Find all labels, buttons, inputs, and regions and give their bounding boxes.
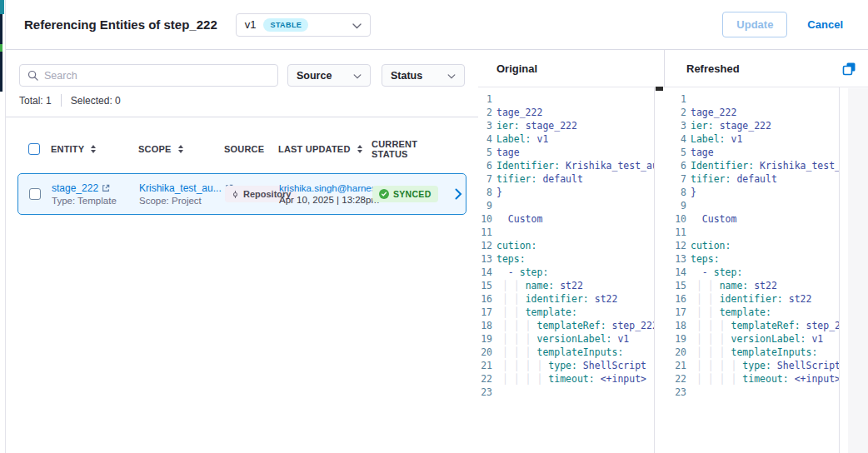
page-edge-remnant-green bbox=[0, 44, 2, 52]
refreshed-panel: Refreshed 12tage_2223ier: stage_2224Labe… bbox=[664, 50, 868, 453]
code-line: 5tage bbox=[664, 146, 840, 159]
code-line: 7tifier: default bbox=[478, 172, 655, 186]
line-number: 22 bbox=[478, 372, 492, 386]
sort-icon bbox=[178, 145, 183, 153]
column-last-updated[interactable]: LAST UPDATED bbox=[278, 144, 372, 154]
cancel-button[interactable]: Cancel bbox=[807, 18, 843, 31]
version-value: v1 bbox=[245, 18, 257, 31]
page-title: Referencing Entities of step_222 bbox=[24, 17, 217, 32]
scrollbar-track[interactable] bbox=[848, 88, 868, 453]
code-line: 8} bbox=[664, 186, 840, 199]
source-cell: Repository bbox=[225, 186, 279, 202]
line-number: 9 bbox=[664, 199, 686, 212]
line-number: 6 bbox=[478, 159, 492, 172]
line-number: 13 bbox=[664, 252, 686, 266]
line-number: 21 bbox=[478, 359, 492, 372]
divider bbox=[839, 87, 840, 453]
scope-link[interactable]: Krishika_test_au... bbox=[139, 182, 222, 194]
table-row[interactable]: stage_222 Type: Template Krishika_test_a… bbox=[17, 173, 466, 215]
original-code-editor[interactable]: 12tage_2223ier: stage_2224Label: v15tage… bbox=[478, 88, 655, 453]
code-line: 1 bbox=[664, 92, 840, 106]
result-counts: Total: 1 Selected: 0 bbox=[19, 94, 121, 107]
line-number: 4 bbox=[478, 132, 492, 146]
external-link-icon[interactable] bbox=[102, 184, 110, 192]
code-line: 22 │ │ │ │ timeout: <+input> bbox=[478, 372, 655, 386]
copy-icon[interactable] bbox=[842, 62, 856, 76]
line-number: 11 bbox=[664, 226, 686, 239]
search-box[interactable] bbox=[19, 64, 278, 87]
code-line: 10 Custom bbox=[478, 212, 655, 226]
code-line: 23 bbox=[664, 386, 840, 399]
code-line: 11 bbox=[478, 226, 655, 239]
refreshed-panel-title: Refreshed bbox=[686, 62, 740, 75]
source-filter-label: Source bbox=[297, 70, 332, 82]
source-filter-select[interactable]: Source bbox=[287, 64, 371, 87]
chevron-down-icon bbox=[447, 70, 456, 82]
divider bbox=[6, 117, 478, 117]
page-edge-remnant-navy bbox=[0, 14, 2, 92]
line-number: 3 bbox=[664, 119, 686, 132]
row-checkbox[interactable] bbox=[29, 188, 41, 200]
column-entity[interactable]: ENTITY bbox=[51, 144, 138, 154]
updated-by-link[interactable]: krishika.singh@harnes... bbox=[279, 183, 372, 193]
code-line: 7tifier: default bbox=[664, 172, 840, 186]
sort-icon bbox=[91, 145, 96, 153]
status-filter-select[interactable]: Status bbox=[382, 64, 465, 87]
line-number: 15 bbox=[664, 279, 686, 292]
code-line: 16 │ │ identifier: st22 bbox=[478, 292, 655, 306]
code-line: 3ier: stage_222 bbox=[664, 119, 840, 132]
code-line: 15 │ │ name: st22 bbox=[478, 279, 655, 292]
scrollbar-thumb[interactable] bbox=[656, 87, 663, 91]
line-number: 2 bbox=[478, 106, 492, 119]
version-select[interactable]: v1 STABLE bbox=[236, 13, 371, 37]
code-line: 18 │ │ │ templateRef: step_222 bbox=[478, 319, 655, 332]
selected-count: Selected: 0 bbox=[71, 95, 121, 107]
code-line: 4Label: v1 bbox=[478, 132, 655, 146]
select-all-checkbox[interactable] bbox=[28, 143, 40, 155]
line-number: 13 bbox=[478, 252, 492, 266]
update-button[interactable]: Update bbox=[722, 12, 787, 37]
code-line: 1 bbox=[478, 92, 655, 106]
line-number: 21 bbox=[664, 359, 686, 372]
code-line: 6Identifier: Krishika_test_aut bbox=[478, 159, 655, 172]
code-line: 21 │ │ │ │ type: ShellScript bbox=[478, 359, 655, 372]
referencing-entities-modal: Referencing Entities of step_222 v1 STAB… bbox=[5, 0, 868, 453]
code-line: 19 │ │ │ versionLabel: v1 bbox=[478, 332, 655, 346]
refreshed-code-editor[interactable]: 12tage_2223ier: stage_2224Label: v15tage… bbox=[664, 88, 840, 453]
code-line: 14 - step: bbox=[478, 266, 655, 279]
row-expand-chevron[interactable] bbox=[455, 188, 462, 200]
code-line: 15 │ │ name: st22 bbox=[664, 279, 840, 292]
updated-at: Apr 10, 2025 | 13:28pm bbox=[279, 195, 372, 205]
sort-icon bbox=[357, 145, 362, 153]
line-number: 20 bbox=[664, 346, 686, 359]
line-number: 19 bbox=[478, 332, 492, 346]
scope-level: Scope: Project bbox=[139, 196, 225, 206]
divider bbox=[61, 94, 62, 107]
entity-link[interactable]: stage_222 bbox=[52, 182, 98, 194]
column-scope[interactable]: SCOPE bbox=[138, 144, 224, 154]
table-header: ENTITY SCOPE SOURCE LAST UPDATED CURRENT… bbox=[17, 138, 466, 160]
column-source: SOURCE bbox=[224, 144, 278, 154]
line-number: 18 bbox=[478, 319, 492, 332]
header-actions: Update Cancel bbox=[722, 12, 843, 37]
code-line: 2tage_222 bbox=[664, 106, 840, 119]
code-line: 19 │ │ │ versionLabel: v1 bbox=[664, 332, 840, 346]
code-line: 14 - step: bbox=[664, 266, 840, 279]
line-number: 4 bbox=[664, 132, 686, 146]
code-line: 4Label: v1 bbox=[664, 132, 840, 146]
line-number: 17 bbox=[664, 306, 686, 319]
original-panel-header: Original bbox=[478, 50, 664, 87]
search-input[interactable] bbox=[44, 70, 270, 82]
chevron-down-icon bbox=[352, 17, 362, 32]
line-number: 20 bbox=[478, 346, 492, 359]
line-number: 18 bbox=[664, 319, 686, 332]
yaml-diff-section: Original 12tage_2223ier: stage_2224Label… bbox=[478, 50, 868, 453]
code-line: 9 bbox=[478, 199, 655, 212]
code-line: 10 Custom bbox=[664, 212, 840, 226]
code-line: 13teps: bbox=[664, 252, 840, 266]
original-panel-title: Original bbox=[496, 62, 537, 75]
line-number: 11 bbox=[478, 226, 492, 239]
code-line: 20 │ │ │ templateInputs: bbox=[664, 346, 840, 359]
code-line: 5tage bbox=[478, 146, 655, 159]
line-number: 1 bbox=[478, 92, 492, 106]
